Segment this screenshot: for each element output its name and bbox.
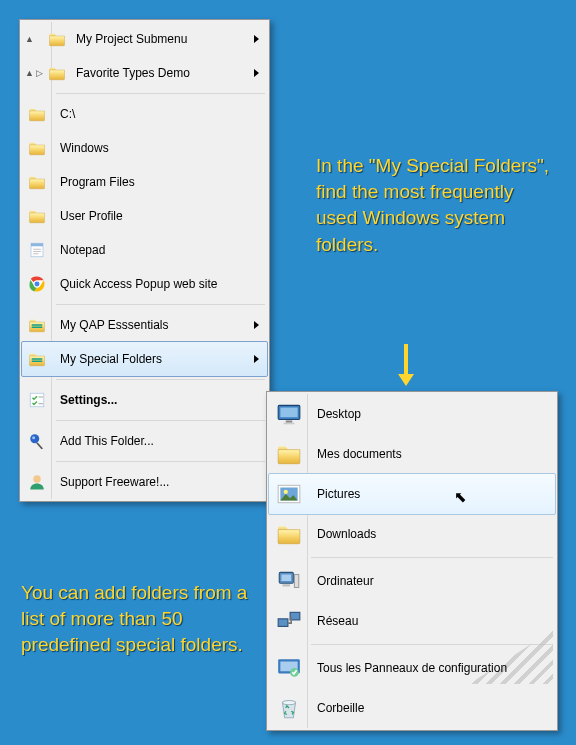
menu-item-tous-les-panneaux-de-configuration[interactable]: Tous les Panneaux de configuration (269, 648, 555, 688)
menu-item-label: Support Freeware!... (60, 475, 169, 489)
menu-item-label: C:\ (60, 107, 75, 121)
menu-item-label: Ordinateur (317, 574, 374, 588)
menu-item-downloads[interactable]: Downloads (269, 514, 555, 554)
menu-item-label: Réseau (317, 614, 358, 628)
menu-item-windows[interactable]: Windows (22, 131, 267, 165)
menu-item-label: Mes documents (317, 447, 402, 461)
menu-item-c[interactable]: C:\ (22, 97, 267, 131)
pictures-icon (274, 479, 304, 509)
folder-icon (274, 439, 304, 469)
menu-item-corbeille[interactable]: Corbeille (269, 688, 555, 728)
folder-icon (26, 104, 48, 124)
notepad-icon (26, 240, 48, 260)
submenu-arrow-icon (254, 69, 259, 77)
menu-item-label: Program Files (60, 175, 135, 189)
chrome-icon (26, 274, 48, 294)
menu-item-my-qap-esssentials[interactable]: My QAP Esssentials (22, 308, 267, 342)
menu-item-label: Notepad (60, 243, 105, 257)
menu-item-label: Downloads (317, 527, 376, 541)
special-folder-icon (26, 315, 48, 335)
menu-item-notepad[interactable]: Notepad (22, 233, 267, 267)
menu-item-label: Quick Access Popup web site (60, 277, 217, 291)
menu-item-desktop[interactable]: Desktop (269, 394, 555, 434)
menu-item-r-seau[interactable]: Réseau (269, 601, 555, 641)
annotation-bottom: You can add folders from a list of more … (21, 580, 251, 659)
menu-separator (56, 461, 265, 462)
folder-icon (274, 519, 304, 549)
submenu-arrow-icon (254, 355, 259, 363)
menu-item-label: Tous les Panneaux de configuration (317, 661, 507, 675)
submenu-arrow-icon (254, 321, 259, 329)
recycle-icon (274, 693, 304, 723)
menu-item-favorite-types-demo[interactable]: ▲ ▷Favorite Types Demo (22, 56, 267, 90)
user-icon (26, 472, 48, 492)
special-folders-submenu[interactable]: DesktopMes documentsPicturesDownloadsOrd… (266, 391, 558, 731)
menu-separator (56, 379, 265, 380)
menu-separator (56, 93, 265, 94)
computer-icon (274, 566, 304, 596)
menu-item-label: Add This Folder... (60, 434, 154, 448)
menu-item-my-project-submenu[interactable]: ▲My Project Submenu (22, 22, 267, 56)
menu-separator (311, 557, 553, 558)
menu-item-label: My QAP Esssentials (60, 318, 168, 332)
menu-item-label: Settings... (60, 393, 117, 407)
desktop-icon (274, 399, 304, 429)
tree-expand-icon: ▲ ▷ (25, 69, 55, 77)
annotation-arrow (402, 344, 410, 390)
menu-item-label: Windows (60, 141, 109, 155)
main-context-menu[interactable]: ▲My Project Submenu▲ ▷Favorite Types Dem… (19, 19, 270, 502)
menu-item-mes-documents[interactable]: Mes documents (269, 434, 555, 474)
control-panel-icon (274, 653, 304, 683)
settings-icon (26, 390, 48, 410)
menu-item-ordinateur[interactable]: Ordinateur (269, 561, 555, 601)
menu-separator (311, 644, 553, 645)
folder-icon (26, 172, 48, 192)
menu-item-my-special-folders[interactable]: My Special Folders (21, 341, 268, 377)
special-folder-icon (26, 349, 48, 369)
menu-separator (56, 420, 265, 421)
menu-item-settings[interactable]: Settings... (22, 383, 267, 417)
network-icon (274, 606, 304, 636)
menu-item-user-profile[interactable]: User Profile (22, 199, 267, 233)
menu-item-label: My Special Folders (60, 352, 162, 366)
menu-separator (56, 304, 265, 305)
tree-expand-icon: ▲ (25, 35, 55, 43)
menu-item-label: Desktop (317, 407, 361, 421)
menu-item-add-this-folder[interactable]: Add This Folder... (22, 424, 267, 458)
menu-item-quick-access-popup-web-site[interactable]: Quick Access Popup web site (22, 267, 267, 301)
menu-item-label: Favorite Types Demo (76, 66, 190, 80)
folder-icon (26, 206, 48, 226)
menu-item-label: Pictures (317, 487, 360, 501)
menu-item-label: My Project Submenu (76, 32, 187, 46)
menu-item-label: User Profile (60, 209, 123, 223)
menu-item-program-files[interactable]: Program Files (22, 165, 267, 199)
menu-item-label: Corbeille (317, 701, 364, 715)
menu-item-pictures[interactable]: Pictures (268, 473, 556, 515)
pin-icon (26, 431, 48, 451)
folder-icon (26, 138, 48, 158)
annotation-top: In the "My Special Folders", find the mo… (316, 153, 551, 258)
submenu-arrow-icon (254, 35, 259, 43)
menu-item-support-freeware[interactable]: Support Freeware!... (22, 465, 267, 499)
